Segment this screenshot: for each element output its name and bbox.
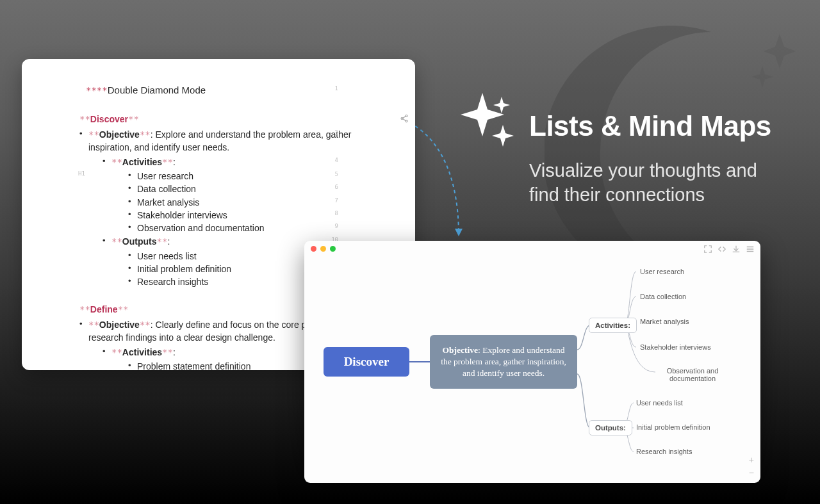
mindmap-leaf[interactable]: Market analysis [640,318,689,325]
mindmap-root-node[interactable]: Discover [324,347,409,377]
zoom-in-button[interactable]: + [749,455,754,465]
line-number: 3 [335,129,338,137]
zoom-out-button[interactable]: − [749,467,754,478]
mindmap-leaf[interactable]: Research insights [636,448,692,455]
section-heading: Define [90,304,118,314]
line-number: 4 [335,156,338,165]
svg-line-4 [403,118,406,120]
list-item: Market analysis7 [128,196,378,209]
markdown-syntax: ** [79,114,90,124]
mindmap-leaf[interactable]: Observation and documentation [660,367,725,382]
markdown-syntax: **** [86,85,108,95]
line-number: 1 [335,85,338,93]
list-item: User research5 [128,170,378,183]
mindmap-leaf[interactable]: Initial problem definition [636,423,710,431]
mindmap-objective-node[interactable]: Objective: Explore and understand the pr… [430,335,577,389]
document-title: Double Diamond Mode [108,85,206,95]
list-item: Data collection6 [128,183,378,195]
markdown-syntax: ** [79,304,90,314]
mindmap-canvas[interactable]: Discover Objective: Explore and understa… [304,241,760,483]
mindmap-leaf[interactable]: User research [640,268,684,275]
markdown-syntax: ** [118,304,129,314]
hero-subtitle: Visualize your thoughts and find their c… [529,159,785,207]
list-item: **Activities**: 4 User research5 Data co… [102,156,378,235]
mindmap-outputs-node[interactable]: Outputs: [589,420,632,435]
section-heading: Discover [90,114,128,124]
svg-line-3 [403,116,406,118]
list-item: Stakeholder interviews8 [128,209,378,222]
share-icon[interactable] [400,113,409,122]
mindmap-activities-node[interactable]: Activities: [589,318,637,333]
sparkle-icon [457,93,521,157]
mindmap-leaf[interactable]: Data collection [640,293,686,300]
markdown-syntax: ** [128,114,139,124]
mindmap-leaf[interactable]: Stakeholder interviews [640,343,711,351]
list-item: Observation and documentation9 [128,222,378,234]
mindmap-window: Discover Objective: Explore and understa… [304,241,760,483]
sparkle-icon [751,31,796,95]
hero-title: Lists & Mind Maps [529,110,771,142]
mindmap-leaf[interactable]: User needs list [636,399,683,407]
